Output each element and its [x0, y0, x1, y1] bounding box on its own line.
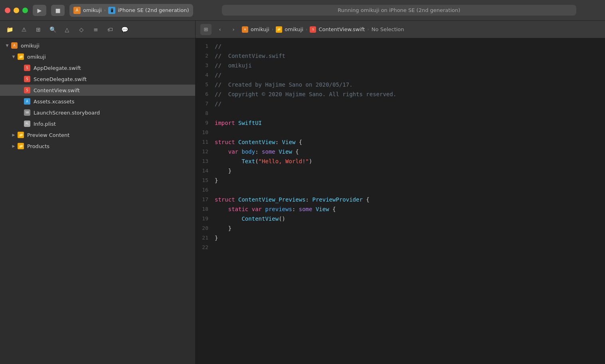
file-tree: A omikuji 📁 omikuji ▶ S AppDelegate.swif…: [0, 38, 195, 364]
line-content: }: [215, 224, 231, 233]
plist-icon: PL: [24, 121, 30, 127]
code-line-7: 7 //: [196, 99, 605, 109]
scheme-icon: A: [73, 7, 81, 14]
line-number: 14: [196, 166, 215, 176]
sidebar-triangle-icon[interactable]: △: [61, 24, 73, 35]
line-content: struct ContentView: View {: [215, 137, 302, 147]
code-line-14: 14 }: [196, 166, 605, 176]
sidebar-item-assets[interactable]: ▶ A Assets.xcassets: [0, 96, 195, 107]
device-name: iPhone SE (2nd generation): [118, 7, 189, 13]
sidebar-tag-icon[interactable]: 🏷: [105, 24, 116, 35]
line-number: 20: [196, 224, 215, 233]
line-content: struct ContentView_Previews: PreviewProv…: [215, 195, 370, 204]
status-text: Running omikuji on iPhone SE (2nd genera…: [338, 7, 460, 13]
sidebar-folder-icon[interactable]: 📁: [4, 24, 15, 35]
sidebar-item-scenedelegate[interactable]: ▶ S SceneDelegate.swift: [0, 73, 195, 85]
sidebar-search-icon[interactable]: 🔍: [47, 24, 58, 35]
sidebar-item-preview-content[interactable]: 📁 Preview Content: [0, 129, 195, 140]
breadcrumb-folder[interactable]: omikuji: [285, 26, 303, 32]
code-line-6: 6 // Copyright © 2020 Hajime Sano. All r…: [196, 89, 605, 99]
editor: ⊞ ‹ › A omikuji › 📁 omikuji › S ContentV…: [196, 21, 605, 364]
line-content: //: [215, 70, 221, 80]
run-button[interactable]: ▶: [33, 5, 46, 16]
sidebar-item-omikuji-project[interactable]: A omikuji: [0, 40, 195, 51]
disclosure-icon: [5, 43, 10, 48]
fullscreen-button[interactable]: [22, 8, 28, 13]
code-line-12: 12 var body: some View {: [196, 147, 605, 156]
code-line-13: 13 Text("Hello, World!"): [196, 156, 605, 166]
line-number: 18: [196, 204, 215, 214]
code-line-4: 4 //: [196, 70, 605, 80]
code-line-16: 16: [196, 185, 605, 195]
minimize-button[interactable]: [14, 8, 19, 13]
nav-forward-button[interactable]: ›: [228, 25, 239, 34]
assets-icon: A: [24, 98, 30, 105]
editor-toolbar: ⊞ ‹ › A omikuji › 📁 omikuji › S ContentV…: [196, 21, 605, 38]
sidebar-item-omikuji-folder[interactable]: 📁 omikuji: [0, 51, 195, 62]
line-number: 7: [196, 99, 215, 109]
folder-icon: 📁: [18, 132, 24, 138]
tree-item-label: omikuji: [27, 54, 46, 60]
breadcrumb-project[interactable]: omikuji: [251, 26, 269, 32]
line-number: 15: [196, 176, 215, 185]
disclosure-icon: [11, 54, 16, 59]
traffic-lights: [5, 8, 28, 13]
line-content: //: [215, 99, 221, 109]
breadcrumb-selection[interactable]: No Selection: [372, 26, 404, 32]
line-content: import SwiftUI: [215, 118, 262, 128]
sidebar-diamond-icon[interactable]: ◇: [76, 24, 87, 35]
editor-grid-button[interactable]: ⊞: [200, 24, 212, 35]
sidebar-warning-icon[interactable]: ⚠: [18, 24, 30, 35]
tree-item-label: Products: [27, 143, 49, 149]
breadcrumb-file[interactable]: ContentView.swift: [318, 26, 365, 32]
sidebar-item-products[interactable]: 📁 Products: [0, 140, 195, 152]
line-content: Text("Hello, World!"): [215, 156, 312, 166]
code-line-20: 20 }: [196, 224, 605, 233]
line-number: 16: [196, 185, 215, 195]
sidebar-list-icon[interactable]: ≡: [90, 24, 101, 35]
device-icon: 📱: [108, 7, 115, 14]
tree-item-label: omikuji: [21, 43, 40, 49]
line-number: 6: [196, 89, 215, 99]
sidebar-item-launchscreen[interactable]: ▶ SB LaunchScreen.storyboard: [0, 107, 195, 118]
sidebar-item-contentview[interactable]: ▶ S ContentView.swift: [0, 85, 195, 96]
line-number: 11: [196, 137, 215, 147]
line-number: 5: [196, 80, 215, 89]
sidebar-item-infoplist[interactable]: ▶ PL Info.plist: [0, 118, 195, 129]
nav-back-button[interactable]: ‹: [215, 25, 225, 34]
sidebar-bubble-icon[interactable]: 💬: [119, 24, 130, 35]
sidebar-item-appdelegate[interactable]: ▶ S AppDelegate.swift: [0, 62, 195, 73]
folder-icon: 📁: [18, 143, 24, 149]
code-line-3: 3 // omikuji: [196, 61, 605, 70]
line-content: static var previews: some View {: [215, 204, 336, 214]
sidebar: 📁 ⚠ ⊞ 🔍 △ ◇ ≡ 🏷 💬 A omikuji 📁 o: [0, 21, 196, 364]
disclosure-icon: [11, 144, 16, 148]
disclosure-icon: [11, 133, 16, 137]
close-button[interactable]: [5, 8, 10, 13]
sidebar-hierarchy-icon[interactable]: ⊞: [33, 24, 44, 35]
line-number: 2: [196, 51, 215, 61]
line-content: // Created by Hajime Sano on 2020/05/17.: [215, 80, 353, 89]
xcode-project-icon: A: [11, 42, 18, 49]
line-number: 13: [196, 156, 215, 166]
stop-button[interactable]: ■: [51, 5, 65, 16]
tree-item-label: Preview Content: [27, 132, 69, 138]
storyboard-icon: SB: [24, 109, 30, 116]
tree-item-label: LaunchScreen.storyboard: [34, 110, 100, 116]
breadcrumb-sep-1: ›: [272, 27, 273, 32]
code-editor[interactable]: 1 // 2 // ContentView.swift 3 // omikuji…: [196, 38, 605, 364]
line-number: 22: [196, 243, 215, 252]
code-line-21: 21 }: [196, 233, 605, 243]
line-number: 3: [196, 61, 215, 70]
breadcrumb-file-icon: S: [310, 26, 316, 33]
scheme-selector[interactable]: A omikuji › 📱 iPhone SE (2nd generation): [69, 4, 193, 17]
code-line-18: 18 static var previews: some View {: [196, 204, 605, 214]
code-line-2: 2 // ContentView.swift: [196, 51, 605, 61]
line-number: 1: [196, 42, 215, 51]
titlebar: ▶ ■ A omikuji › 📱 iPhone SE (2nd generat…: [0, 0, 605, 21]
swift-file-icon: S: [24, 87, 30, 93]
swift-file-icon: S: [24, 65, 30, 71]
tree-item-label: ContentView.swift: [34, 87, 80, 93]
line-content: }: [215, 166, 231, 176]
line-content: }: [215, 176, 218, 185]
